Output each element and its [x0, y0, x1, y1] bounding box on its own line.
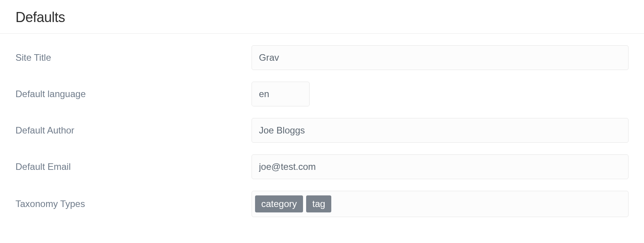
label-taxonomy-types: Taxonomy Types: [15, 199, 252, 209]
row-default-email: Default Email: [15, 154, 629, 179]
section-title: Defaults: [15, 9, 629, 26]
label-site-title: Site Title: [15, 52, 252, 63]
control-site-title: [252, 45, 629, 70]
row-default-author: Default Author: [15, 118, 629, 143]
control-default-email: [252, 154, 629, 179]
label-default-author: Default Author: [15, 125, 252, 136]
taxonomy-tag-chip[interactable]: tag: [306, 195, 331, 212]
default-author-input[interactable]: [252, 118, 629, 143]
default-language-input[interactable]: [252, 82, 310, 106]
site-title-input[interactable]: [252, 45, 629, 70]
control-default-author: [252, 118, 629, 143]
label-default-language: Default language: [15, 89, 252, 99]
form-body: Site Title Default language Default Auth…: [0, 34, 644, 240]
row-taxonomy-types: Taxonomy Types category tag: [15, 191, 629, 217]
row-site-title: Site Title: [15, 45, 629, 70]
control-taxonomy-types: category tag: [252, 191, 629, 217]
control-default-language: [252, 82, 629, 106]
taxonomy-types-input[interactable]: category tag: [252, 191, 629, 217]
default-email-input[interactable]: [252, 154, 629, 179]
taxonomy-tag-chip[interactable]: category: [255, 195, 303, 212]
section-header: Defaults: [0, 0, 644, 34]
row-default-language: Default language: [15, 82, 629, 106]
label-default-email: Default Email: [15, 161, 252, 172]
